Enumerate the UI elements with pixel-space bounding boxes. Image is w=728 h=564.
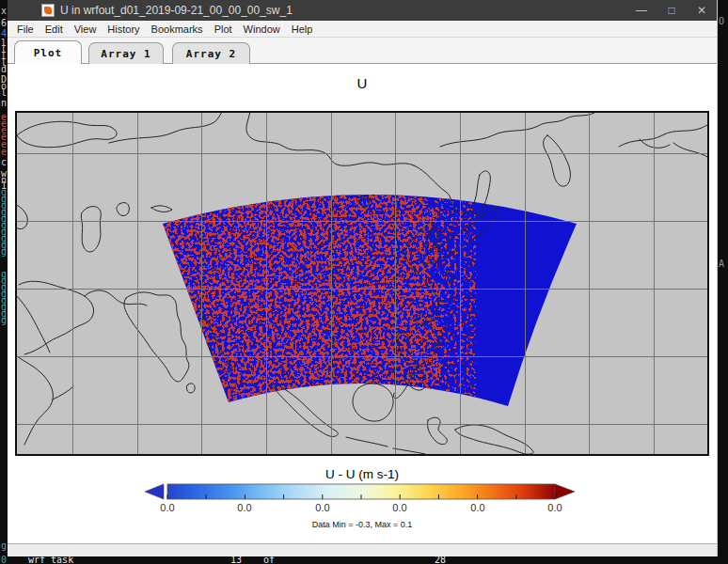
tab-array-1[interactable]: Array 1: [88, 42, 164, 64]
colorbar-tick-label: 0.0: [160, 502, 174, 513]
app-icon: [41, 4, 55, 17]
map-canvas: [15, 111, 709, 456]
terminal-task-current: 13: [230, 556, 242, 564]
close-button[interactable]: ✕: [687, 0, 717, 21]
terminal-right-column: OA: [719, 0, 728, 564]
tab-array-2[interactable]: Array 2: [172, 42, 250, 64]
colorbar-title: U - U (m s-1): [141, 467, 583, 481]
colorbar: U - U (m s-1) 0.0 0.0 0.0 0.0 0.0 0.0 Da…: [141, 467, 583, 533]
menu-bar: File Edit View History Bookmarks Plot Wi…: [8, 21, 717, 38]
menu-item-help[interactable]: Help: [286, 24, 319, 35]
colorbar-tick-label: 0.0: [470, 502, 484, 513]
terminal-task-total: 28: [435, 556, 446, 564]
window-titlebar: U in wrfout_d01_2019-09-21_00_00_00_sw_1…: [8, 0, 717, 21]
menu-item-file[interactable]: File: [11, 24, 40, 35]
menu-item-bookmarks[interactable]: Bookmarks: [146, 24, 209, 35]
menu-item-view[interactable]: View: [69, 24, 103, 35]
maximize-button[interactable]: □: [657, 0, 687, 21]
window-title: U in wrfout_d01_2019-09-21_00_00_00_sw_1: [60, 4, 293, 17]
colorbar-tick-label: 0.0: [237, 502, 251, 513]
colorbar-tick-label: 0.0: [392, 502, 406, 513]
app-window: U in wrfout_d01_2019-09-21_00_00_00_sw_1…: [8, 0, 718, 556]
colorbar-left-arrow-icon: [145, 484, 164, 499]
menu-item-window[interactable]: Window: [238, 24, 286, 35]
menu-item-history[interactable]: History: [102, 24, 145, 35]
plot-title: U: [15, 75, 709, 91]
minimize-button[interactable]: —: [626, 0, 657, 21]
colorbar-footnote: Data Min = -0.3, Max = 0.1: [141, 520, 583, 529]
menu-item-edit[interactable]: Edit: [40, 24, 69, 35]
status-bar: [8, 543, 717, 556]
menu-item-plot[interactable]: Plot: [209, 24, 238, 35]
terminal-task-of: of: [263, 556, 275, 564]
map-plot: [15, 111, 709, 456]
colorbar-bar: [141, 482, 583, 503]
tab-strip: Plot Array 1 Array 2: [8, 38, 717, 64]
colorbar-tick-label: 0.0: [315, 502, 329, 513]
tab-plot[interactable]: Plot: [14, 40, 82, 64]
terminal-bottom-line: wrf task 13 of 28: [0, 556, 728, 564]
colorbar-right-arrow-icon: [555, 484, 575, 499]
terminal-program-name: wrf task: [28, 556, 73, 564]
colorbar-tick-label: 0.0: [547, 502, 562, 513]
